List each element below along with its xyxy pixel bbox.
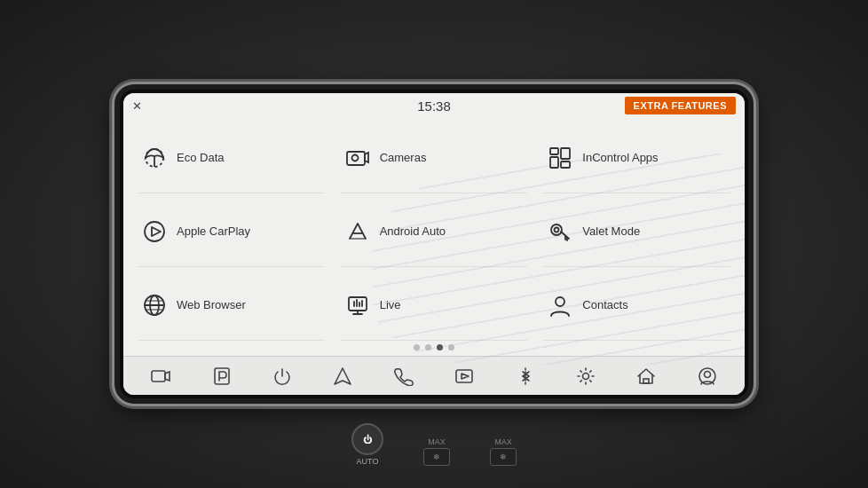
svg-marker-9 xyxy=(152,227,161,236)
home-icon[interactable] xyxy=(630,360,662,392)
main-content: Eco Data Cameras xyxy=(123,118,745,356)
valet-mode-label: Valet Mode xyxy=(582,224,640,238)
android-icon xyxy=(343,216,373,247)
menu-item-android-auto[interactable]: Android Auto xyxy=(334,195,535,267)
svg-rect-22 xyxy=(643,379,649,383)
menu-item-apple-carplay[interactable]: Apple CarPlay xyxy=(130,195,332,267)
settings-icon[interactable] xyxy=(570,360,602,392)
web-browser-label: Web Browser xyxy=(177,298,246,311)
svg-point-21 xyxy=(582,373,588,379)
live-label: Live xyxy=(380,298,401,311)
back-icon[interactable]: ✕ xyxy=(132,99,142,113)
svg-rect-7 xyxy=(561,161,570,168)
key-icon xyxy=(545,216,575,247)
header-left: ✕ xyxy=(132,99,142,113)
svg-rect-1 xyxy=(347,152,365,165)
contacts-label: Contacts xyxy=(582,298,627,311)
media-icon[interactable] xyxy=(448,360,480,392)
apple-carplay-label: Apple CarPlay xyxy=(177,224,250,238)
screen-header: ✕ 15:38 EXTRA FEATURES xyxy=(123,93,745,118)
live-icon xyxy=(343,290,373,320)
svg-rect-5 xyxy=(550,157,558,168)
max-left-vent[interactable]: ❄ xyxy=(423,448,450,466)
parking-icon[interactable] xyxy=(206,360,238,392)
max-right-vent[interactable]: ❄ xyxy=(490,448,517,466)
bottom-navigation-bar xyxy=(123,356,745,395)
screen-inner-bezel: ✕ 15:38 EXTRA FEATURES xyxy=(120,90,748,398)
svg-rect-14 xyxy=(349,297,367,311)
max-left-control: MAX ❄ xyxy=(423,437,450,466)
menu-item-live[interactable]: Live xyxy=(334,269,535,341)
svg-rect-16 xyxy=(152,371,165,382)
svg-rect-20 xyxy=(456,370,472,382)
car-surround: ✕ 15:38 EXTRA FEATURES xyxy=(0,0,868,488)
svg-marker-2 xyxy=(365,153,368,162)
svg-marker-19 xyxy=(335,368,351,384)
play-circle-icon xyxy=(139,216,170,247)
svg-rect-4 xyxy=(550,148,558,154)
menu-grid: Eco Data Cameras xyxy=(130,122,738,341)
svg-point-24 xyxy=(704,371,710,377)
svg-point-10 xyxy=(551,224,562,235)
incontrol-apps-label: InControl Apps xyxy=(582,151,658,164)
svg-point-11 xyxy=(555,227,559,232)
infotainment-screen: ✕ 15:38 EXTRA FEATURES xyxy=(123,93,745,395)
menu-item-incontrol[interactable]: InControl Apps xyxy=(536,122,738,193)
menu-item-contacts[interactable]: Contacts xyxy=(536,269,738,341)
profile-icon[interactable] xyxy=(691,360,723,392)
bottom-camera-icon[interactable] xyxy=(145,360,177,392)
max-right-control: MAX ❄ xyxy=(490,437,517,466)
power-icon[interactable] xyxy=(266,360,298,392)
navigation-icon[interactable] xyxy=(327,360,359,392)
svg-rect-6 xyxy=(561,148,570,159)
page-indicators xyxy=(130,341,738,352)
page-dot-3[interactable] xyxy=(437,344,443,350)
cameras-label: Cameras xyxy=(380,151,427,164)
auto-control: ⏻ AUTO xyxy=(351,423,383,466)
menu-item-valet-mode[interactable]: Valet Mode xyxy=(536,195,738,267)
camera-icon xyxy=(343,143,373,173)
android-auto-label: Android Auto xyxy=(380,224,446,238)
max-left-label: MAX xyxy=(428,437,446,446)
bluetooth-icon[interactable] xyxy=(509,360,541,392)
auto-label: AUTO xyxy=(357,457,379,466)
page-dot-1[interactable] xyxy=(414,344,420,350)
browser-icon xyxy=(139,290,170,320)
page-dot-2[interactable] xyxy=(425,344,431,350)
screen-bezel: ✕ 15:38 EXTRA FEATURES xyxy=(114,84,754,404)
menu-item-cameras[interactable]: Cameras xyxy=(334,122,535,193)
page-dot-4[interactable] xyxy=(448,344,454,350)
svg-point-15 xyxy=(556,297,564,306)
auto-button[interactable]: ⏻ xyxy=(351,423,383,455)
contacts-icon xyxy=(545,290,575,320)
eco-icon xyxy=(139,143,170,173)
menu-item-web-browser[interactable]: Web Browser xyxy=(130,269,332,341)
max-right-label: MAX xyxy=(494,437,512,446)
svg-marker-17 xyxy=(165,372,170,381)
apps-icon xyxy=(545,143,575,173)
svg-point-3 xyxy=(351,154,358,161)
extra-features-button[interactable]: EXTRA FEATURES xyxy=(625,97,736,114)
phone-icon[interactable] xyxy=(388,360,420,392)
eco-data-label: Eco Data xyxy=(177,151,224,164)
menu-item-eco-data[interactable]: Eco Data xyxy=(130,122,332,193)
clock-display: 15:38 xyxy=(417,98,451,114)
